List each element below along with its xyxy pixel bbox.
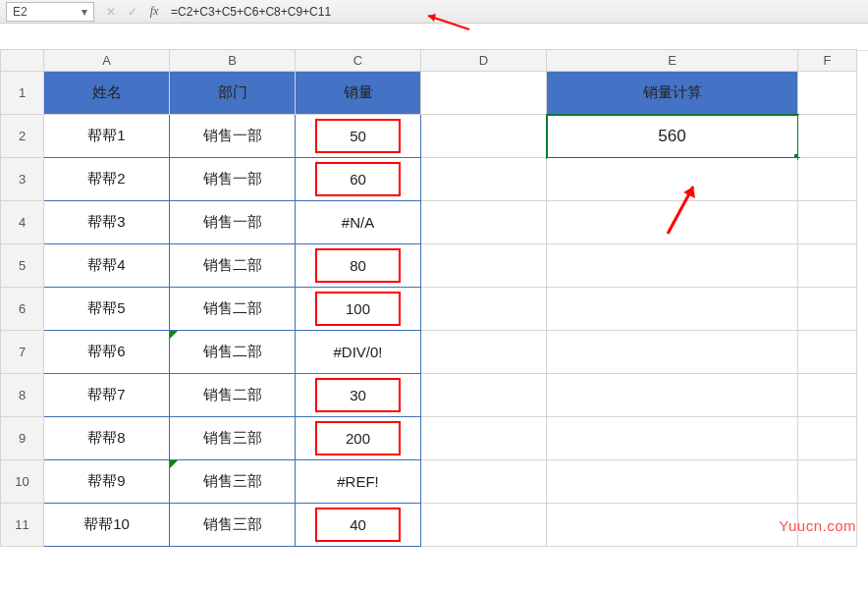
cell-C3[interactable]: 60 <box>296 158 421 201</box>
column-header-A[interactable]: A <box>44 50 170 72</box>
cell-C9[interactable]: 200 <box>296 417 421 460</box>
cancel-icon[interactable]: ✕ <box>100 2 122 22</box>
cell-F9[interactable] <box>798 417 857 460</box>
cell-B10[interactable]: 销售三部 <box>170 460 296 504</box>
cell-F8[interactable] <box>798 374 857 417</box>
cell-F3[interactable] <box>798 158 857 201</box>
ribbon-spacer <box>0 24 868 51</box>
cell-C2[interactable]: 50 <box>296 115 421 158</box>
cell-B11[interactable]: 销售三部 <box>170 504 296 547</box>
cell-E11[interactable] <box>547 504 798 547</box>
row-header-6[interactable]: 6 <box>1 288 44 331</box>
cell-D1[interactable] <box>421 72 547 115</box>
row-header-5[interactable]: 5 <box>1 244 44 288</box>
row-header-11[interactable]: 11 <box>1 504 44 547</box>
cell-F5[interactable] <box>798 244 857 288</box>
cell-E7[interactable] <box>547 331 798 374</box>
cell-E4[interactable] <box>547 201 798 244</box>
cell-B7[interactable]: 销售二部 <box>170 331 296 374</box>
cell-C4[interactable]: #N/A <box>296 201 421 244</box>
cell-B9[interactable]: 销售三部 <box>170 417 296 460</box>
cell-F2[interactable] <box>798 115 857 158</box>
cell-E9[interactable] <box>547 417 798 460</box>
cell-E5[interactable] <box>547 244 798 288</box>
cell-E3[interactable] <box>547 158 798 201</box>
highlight-box <box>315 421 401 455</box>
name-box-value: E2 <box>13 5 27 19</box>
cell-B4[interactable]: 销售一部 <box>170 201 296 244</box>
cell-E1[interactable]: 销量计算 <box>547 72 798 115</box>
name-box[interactable]: E2 ▾ <box>6 2 94 22</box>
row-header-3[interactable]: 3 <box>1 158 44 201</box>
cell-B3[interactable]: 销售一部 <box>170 158 296 201</box>
spreadsheet-grid[interactable]: ABCDEF1姓名部门销量销量计算2帮帮1销售一部505603帮帮2销售一部60… <box>0 49 868 547</box>
cell-D11[interactable] <box>421 504 547 547</box>
cell-A8[interactable]: 帮帮7 <box>44 374 170 417</box>
cell-B8[interactable]: 销售二部 <box>170 374 296 417</box>
row-header-10[interactable]: 10 <box>1 460 44 504</box>
row-header-4[interactable]: 4 <box>1 201 44 244</box>
column-header-C[interactable]: C <box>296 50 421 72</box>
highlight-box <box>315 248 401 283</box>
cell-B2[interactable]: 销售一部 <box>170 115 296 158</box>
cell-A10[interactable]: 帮帮9 <box>44 460 170 504</box>
cell-C11[interactable]: 40 <box>296 504 421 547</box>
column-header-D[interactable]: D <box>421 50 547 72</box>
name-box-dropdown-icon[interactable]: ▾ <box>78 5 91 19</box>
highlight-box <box>315 508 401 542</box>
cell-C6[interactable]: 100 <box>296 288 421 331</box>
cell-E2[interactable]: 560 <box>547 115 798 158</box>
row-header-2[interactable]: 2 <box>1 115 44 158</box>
cell-A11[interactable]: 帮帮10 <box>44 504 170 547</box>
cell-C7[interactable]: #DIV/0! <box>296 331 421 374</box>
cell-D8[interactable] <box>421 374 547 417</box>
cell-F4[interactable] <box>798 201 857 244</box>
formula-input[interactable]: =C2+C3+C5+C6+C8+C9+C11 <box>171 5 331 19</box>
cell-D10[interactable] <box>421 460 547 504</box>
column-header-E[interactable]: E <box>547 50 798 72</box>
cell-A4[interactable]: 帮帮3 <box>44 201 170 244</box>
confirm-icon[interactable]: ✓ <box>122 2 143 22</box>
highlight-box <box>315 378 401 412</box>
cell-D4[interactable] <box>421 201 547 244</box>
cell-F1[interactable] <box>798 72 857 115</box>
cell-F7[interactable] <box>798 331 857 374</box>
cell-A9[interactable]: 帮帮8 <box>44 417 170 460</box>
row-header-8[interactable]: 8 <box>1 374 44 417</box>
cell-B1[interactable]: 部门 <box>170 72 296 115</box>
cell-C5[interactable]: 80 <box>296 244 421 288</box>
cell-D6[interactable] <box>421 288 547 331</box>
cell-B6[interactable]: 销售二部 <box>170 288 296 331</box>
cell-E10[interactable] <box>547 460 798 504</box>
row-header-1[interactable]: 1 <box>1 72 44 115</box>
cell-F10[interactable] <box>798 460 857 504</box>
row-header-9[interactable]: 9 <box>1 417 44 460</box>
cell-A1[interactable]: 姓名 <box>44 72 170 115</box>
cell-D7[interactable] <box>421 331 547 374</box>
cell-A7[interactable]: 帮帮6 <box>44 331 170 374</box>
select-all-corner[interactable] <box>1 50 44 72</box>
cell-E8[interactable] <box>547 374 798 417</box>
cell-C10[interactable]: #REF! <box>296 460 421 504</box>
cell-A2[interactable]: 帮帮1 <box>44 115 170 158</box>
cell-D9[interactable] <box>421 417 547 460</box>
cell-D2[interactable] <box>421 115 547 158</box>
fx-icon[interactable]: fx <box>143 2 165 22</box>
highlight-box <box>315 292 401 326</box>
cell-A3[interactable]: 帮帮2 <box>44 158 170 201</box>
cell-C8[interactable]: 30 <box>296 374 421 417</box>
cell-F6[interactable] <box>798 288 857 331</box>
row-header-7[interactable]: 7 <box>1 331 44 374</box>
cell-D3[interactable] <box>421 158 547 201</box>
cell-D5[interactable] <box>421 244 547 288</box>
cell-A6[interactable]: 帮帮5 <box>44 288 170 331</box>
highlight-box <box>315 162 401 196</box>
cell-A5[interactable]: 帮帮4 <box>44 244 170 288</box>
watermark: Yuucn.com <box>779 517 856 534</box>
cell-B5[interactable]: 销售二部 <box>170 244 296 288</box>
cell-E6[interactable] <box>547 288 798 331</box>
cell-C1[interactable]: 销量 <box>296 72 421 115</box>
column-header-B[interactable]: B <box>170 50 296 72</box>
highlight-box <box>315 119 401 153</box>
column-header-F[interactable]: F <box>798 50 857 72</box>
